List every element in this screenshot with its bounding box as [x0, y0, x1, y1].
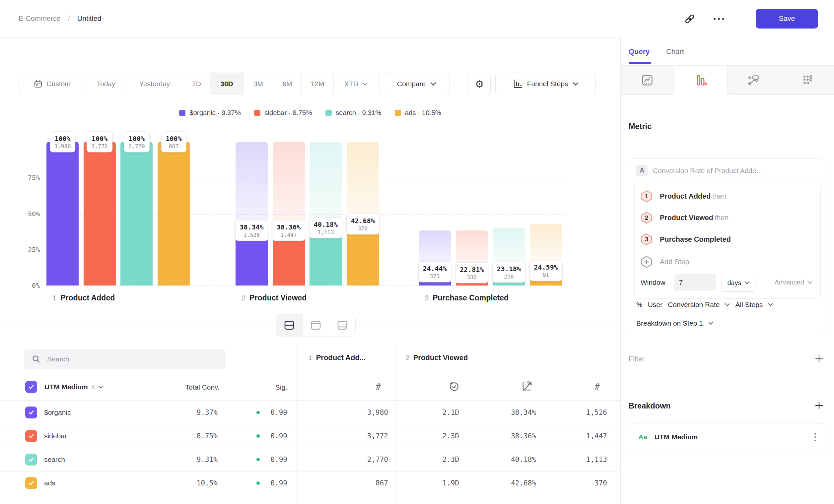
compare-button[interactable]: Compare	[384, 73, 449, 95]
row-checkbox[interactable]	[25, 454, 37, 465]
header-divider	[741, 10, 741, 27]
layout-split-toggle[interactable]	[276, 314, 303, 336]
share-link-button[interactable]	[682, 12, 697, 26]
window-unit-select[interactable]: days	[722, 274, 755, 292]
bar-value-label: 22.81%330	[455, 262, 488, 283]
range-yesterday[interactable]: Yesterday	[126, 73, 183, 95]
funnel-bars-icon	[694, 74, 708, 87]
bar-ads-step1[interactable]: 100%867	[158, 142, 190, 285]
bar-sidebar-step2[interactable]: 38.36%1,447	[273, 142, 305, 285]
breadcrumb-parent[interactable]: E-Commerce	[19, 15, 61, 23]
bar-search-step1[interactable]: 100%2,770	[120, 142, 153, 285]
top-header: E-Commerce / Untitled Save	[0, 0, 834, 38]
bar-search-step2[interactable]: 40.18%1,113	[309, 142, 342, 285]
chart-type-insights[interactable]	[621, 66, 674, 95]
legend-label: sidebar · 8.75%	[264, 109, 312, 117]
table-row-search[interactable]: search9.31%0.992,7702.3D40.18%1,113	[0, 448, 620, 472]
legend-item-search[interactable]: search · 9.31%	[325, 109, 381, 117]
chart-settings-button[interactable]: ⚙	[468, 73, 491, 95]
retention-dots-icon	[801, 74, 814, 87]
table-row-organic[interactable]: $organic9.37%0.993,9802.1D38.34%1,526	[0, 400, 620, 425]
range-6m[interactable]: 6M	[273, 73, 301, 95]
table-group-header[interactable]: UTM Medium 4	[25, 381, 104, 393]
metric-step-1[interactable]: 1Product Added then	[641, 190, 726, 203]
legend-swatch	[395, 110, 401, 116]
bar-ads-step2[interactable]: 42.68%370	[347, 142, 379, 285]
add-step-button[interactable]: Add Step	[641, 255, 689, 269]
layout-table-toggle[interactable]	[329, 314, 355, 336]
range-3m[interactable]: 3M	[243, 73, 273, 95]
row-checkbox[interactable]	[25, 477, 37, 489]
bar-organic-step2[interactable]: 38.34%1,526	[236, 142, 268, 285]
count-icon[interactable]: #	[594, 382, 600, 392]
add-breakdown-button[interactable]	[814, 401, 824, 412]
advanced-toggle[interactable]: Advanced	[775, 278, 812, 286]
row-checkbox[interactable]	[25, 430, 37, 442]
legend-item-sidebar[interactable]: sidebar · 8.75%	[254, 109, 312, 117]
step-number-hexagon-icon: 2	[641, 211, 653, 224]
bar-sidebar-step1[interactable]: 100%3,772	[84, 142, 116, 285]
range-today[interactable]: Today	[86, 73, 126, 95]
bar-solid	[46, 142, 79, 285]
range-7d[interactable]: 7D	[183, 73, 210, 95]
breakdown-on-row[interactable]: Breakdown on Step 1	[636, 319, 713, 327]
check-icon	[28, 384, 35, 390]
add-filter-button[interactable]	[814, 354, 824, 365]
search-input[interactable]	[46, 355, 207, 363]
chart-type-flows[interactable]	[727, 66, 781, 95]
bar-search-step3[interactable]: 23.18%258	[492, 142, 525, 285]
filter-section-label: Filter	[629, 355, 644, 363]
row-checkbox[interactable]	[25, 407, 37, 418]
bar-ads-step3[interactable]: 24.59%91	[530, 142, 562, 285]
legend-item-organic[interactable]: $organic · 9.37%	[179, 109, 241, 117]
table-row-sidebar[interactable]: sidebar8.75%0.993,7722.3D38.36%1,447	[0, 424, 620, 448]
cell-sig: 0.99	[262, 432, 287, 440]
chevron-down-icon	[98, 385, 104, 389]
measure-type-dropdown[interactable]: Conversion Rate	[668, 301, 720, 309]
range-30d[interactable]: 30D	[210, 73, 243, 95]
bar-organic-step3[interactable]: 24.44%373	[419, 142, 451, 285]
step2-label: Product Viewed	[413, 353, 468, 362]
tab-chart[interactable]: Chart	[666, 47, 684, 56]
more-menu-button[interactable]	[711, 12, 726, 26]
property-type-icon: Aa	[638, 433, 647, 441]
save-button[interactable]: Save	[756, 9, 818, 28]
tab-query[interactable]: Query	[629, 47, 650, 56]
legend-item-ads[interactable]: ads · 10.5%	[395, 109, 441, 117]
window-value-input[interactable]	[674, 274, 716, 291]
measure-scope-dropdown[interactable]: All Steps	[735, 301, 763, 309]
bar-organic-step1[interactable]: 100%3,980	[46, 142, 79, 285]
metric-step-3[interactable]: 3Purchase Completed	[641, 233, 731, 246]
select-all-checkbox[interactable]	[25, 381, 37, 393]
table-search	[24, 349, 225, 369]
layout-toggle-group	[276, 314, 356, 337]
conversion-rate-icon[interactable]	[520, 380, 533, 394]
total-conv-col-header[interactable]: Total Conv.	[159, 383, 220, 391]
chart-type-retention[interactable]	[781, 66, 834, 95]
avg-time-icon[interactable]	[448, 380, 460, 394]
measure-user[interactable]: User	[648, 301, 662, 309]
count-icon[interactable]: #	[375, 382, 381, 392]
range-12m[interactable]: 12M	[301, 73, 333, 95]
range-xtd[interactable]: XTD	[333, 73, 378, 95]
bar-value-label: 100%867	[161, 132, 186, 153]
metric-step-2[interactable]: 2Product Viewed then	[641, 211, 728, 225]
step-title-3: 3Purchase Completed	[425, 294, 509, 302]
y-axis-tick: 25%	[28, 246, 40, 254]
layout-chart-toggle[interactable]	[303, 314, 329, 336]
kebab-menu-icon[interactable]	[814, 433, 816, 441]
sig-col-header[interactable]: Sig.	[232, 383, 287, 391]
chart-type-funnels[interactable]	[674, 66, 727, 95]
table-row-ads[interactable]: ads10.5%0.998671.9D42.68%370	[0, 471, 620, 495]
breakdown-item-card[interactable]: Aa UTM Medium	[629, 423, 826, 451]
y-axis-tick: 75%	[28, 174, 40, 182]
bar-group-step-1: 100%3,980100%3,772100%2,770100%867	[46, 142, 190, 285]
metric-title[interactable]: Conversion Rate of Product Adde...	[653, 167, 762, 175]
chart-type-button[interactable]: Funnel Steps	[495, 73, 596, 95]
breakdown-on-label: Breakdown on Step 1	[636, 319, 703, 327]
bar-sidebar-step3[interactable]: 22.81%330	[456, 142, 488, 285]
significance-dot	[257, 481, 260, 485]
range-custom[interactable]: Custom	[19, 73, 86, 95]
page-title[interactable]: Untitled	[77, 15, 102, 23]
cell-total-conv: 8.75%	[159, 432, 218, 440]
